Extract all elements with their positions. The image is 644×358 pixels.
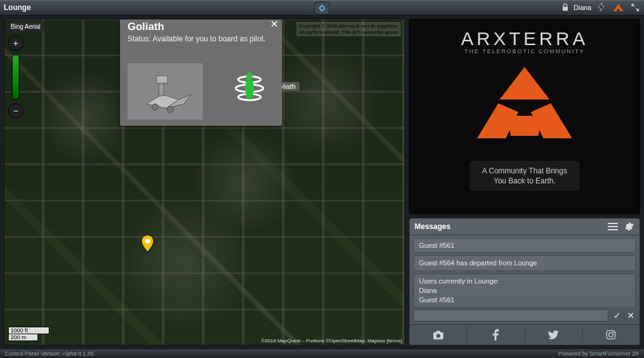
locate-button[interactable] <box>314 2 330 14</box>
camera-button[interactable] <box>410 327 466 342</box>
username-label: Diana <box>573 4 591 11</box>
messages-header: Messages <box>410 218 640 235</box>
message-item: Guest #564 has departed from Lounge <box>413 255 636 271</box>
brand-tagline: A Community That Brings You Back to Eart… <box>470 161 580 191</box>
svg-rect-6 <box>156 76 168 83</box>
svg-marker-17 <box>507 116 542 136</box>
message-input-row: ✓ ✕ <box>410 307 640 324</box>
map-copyright: Copyright © 2016 Microsoft and its suppl… <box>296 22 401 36</box>
map-attribution: ©2018 MapQuest – Portions ©OpenStreetMap… <box>261 338 402 344</box>
messages-body: Guest #561 Guest #564 has departed from … <box>410 235 640 307</box>
messages-title: Messages <box>415 222 450 231</box>
popup-close-icon[interactable]: ✕ <box>270 19 278 30</box>
svg-point-13 <box>246 73 253 79</box>
signal-available-icon <box>231 69 268 107</box>
scale-bar: 1000 ft 200 m <box>8 327 49 341</box>
brand-title: ARXTERRA <box>461 28 588 49</box>
room-title: Lounge <box>4 3 31 12</box>
fullscreen-icon[interactable] <box>630 3 640 13</box>
svg-point-8 <box>167 106 173 113</box>
zoom-out-button[interactable]: − <box>8 103 23 118</box>
main-area: Bing Aerial + − bing Copyright © 2016 Mi… <box>0 15 644 349</box>
svg-point-19 <box>609 333 613 337</box>
message-item: Guest #561 <box>413 238 636 253</box>
svg-point-12 <box>245 77 254 100</box>
zoom-in-button[interactable]: + <box>8 36 23 51</box>
message-item: Users currently in Lounge: Diana Guest #… <box>413 274 636 307</box>
send-cancel-icon[interactable]: ✕ <box>626 310 636 320</box>
instagram-button[interactable] <box>582 327 640 342</box>
brand-card: ARXTERRA THE TELEROBOTIC COMMUNITY A Com… <box>409 19 640 214</box>
version-label: Control Panel Version: Alpha 0.1.85 <box>5 350 94 357</box>
scale-metric: 200 m <box>8 334 38 341</box>
right-pane: ARXTERRA THE TELEROBOTIC COMMUNITY A Com… <box>409 19 640 345</box>
lock-icon[interactable] <box>561 3 570 12</box>
bottom-bar: Control Panel Version: Alpha 0.1.85 Powe… <box>0 349 644 358</box>
svg-point-7 <box>152 104 158 110</box>
top-bar: Lounge Diana <box>0 0 644 16</box>
brand-logo-icon <box>462 62 587 156</box>
bolt-icon[interactable] <box>596 2 608 13</box>
robot-thumbnail <box>128 63 203 120</box>
powered-by-label: Powered by SmartFoxServer 2X <box>558 350 639 357</box>
svg-rect-0 <box>320 6 324 10</box>
facebook-button[interactable] <box>466 327 524 342</box>
messages-menu-icon[interactable] <box>607 221 618 232</box>
svg-point-20 <box>613 332 614 333</box>
twitter-button[interactable] <box>525 327 582 342</box>
svg-marker-14 <box>500 67 550 100</box>
map-provider-label[interactable]: Bing Aerial <box>7 22 44 31</box>
svg-rect-18 <box>607 330 615 339</box>
social-row <box>410 324 640 345</box>
zoom-controls: + − <box>8 36 23 118</box>
svg-point-2 <box>145 239 150 244</box>
messages-settings-icon[interactable] <box>623 221 635 232</box>
popup-title: Goliath <box>128 21 274 33</box>
zoom-slider[interactable] <box>12 54 19 100</box>
brand-subtitle: THE TELEROBOTIC COMMUNITY <box>465 48 585 54</box>
popup-status: Status: Available for you to board as pi… <box>128 34 274 44</box>
map-pane[interactable]: Bing Aerial + − bing Copyright © 2016 Mi… <box>4 19 405 345</box>
send-confirm-icon[interactable]: ✓ <box>612 310 622 320</box>
robot-popup: ✕ Goliath Status: Available for you to b… <box>120 19 282 126</box>
arxterra-mini-logo-icon[interactable] <box>611 3 625 12</box>
message-input[interactable] <box>413 309 608 322</box>
user-marker-icon[interactable] <box>142 235 153 252</box>
messages-panel: Messages Guest #561 Guest #564 has depar… <box>409 218 640 345</box>
